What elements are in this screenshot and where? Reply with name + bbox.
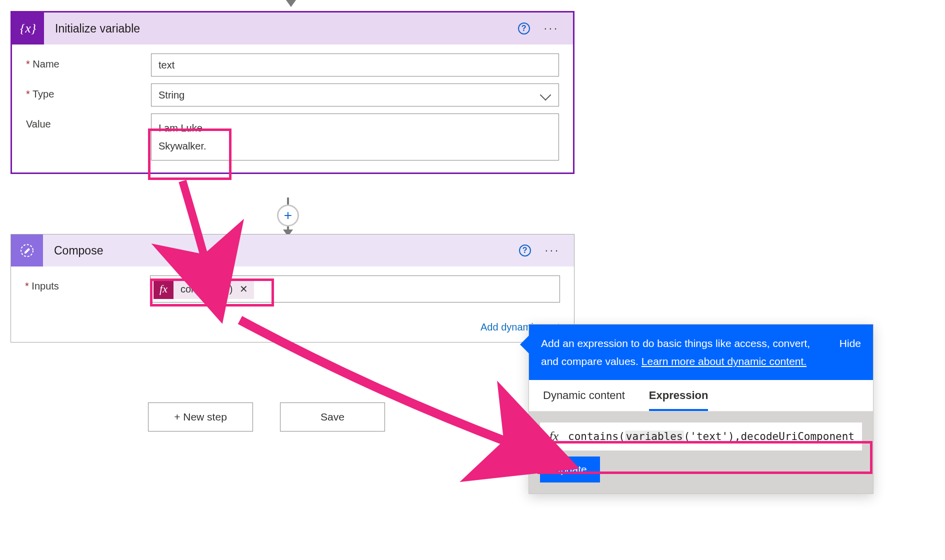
connector-line xyxy=(287,198,289,204)
label-name: Name xyxy=(26,54,151,70)
help-icon[interactable]: ? xyxy=(519,244,531,256)
card-title: Compose xyxy=(43,244,519,258)
more-icon[interactable]: ··· xyxy=(544,22,559,35)
card-header[interactable]: Compose ? ··· xyxy=(11,234,574,266)
more-icon[interactable]: ··· xyxy=(545,244,560,257)
card-body: Name text Type String Value I am Luke Sk… xyxy=(12,44,573,172)
help-icon[interactable]: ? xyxy=(518,22,530,34)
card-title: Initialize variable xyxy=(44,22,518,36)
popover-caret-icon xyxy=(520,336,529,354)
action-card-initialize-variable[interactable]: {x} Initialize variable ? ··· Name text … xyxy=(10,11,574,174)
arrowhead-down-icon xyxy=(286,0,296,7)
hide-link[interactable]: Hide xyxy=(840,334,861,370)
select-type-value: String xyxy=(158,90,184,101)
card-header[interactable]: {x} Initialize variable ? ··· xyxy=(12,12,573,44)
annotation-highlight-token xyxy=(150,278,274,306)
variable-icon: {x} xyxy=(12,12,44,44)
chevron-down-icon xyxy=(540,90,552,101)
annotation-highlight-editor xyxy=(538,441,872,474)
card-body: Inputs fx contains(...) ✕ xyxy=(11,266,574,314)
annotation-highlight-value xyxy=(148,128,232,180)
popover-banner: Add an expression to do basic things lik… xyxy=(529,324,873,380)
input-name-value: text xyxy=(158,60,174,71)
label-type: Type xyxy=(26,84,151,100)
save-button[interactable]: Save xyxy=(280,402,385,432)
connector-middle: + xyxy=(280,198,296,236)
popover-tabs: Dynamic content Expression xyxy=(529,380,873,412)
add-step-icon[interactable]: + xyxy=(277,204,299,226)
add-dynamic-content-link[interactable]: Add dynamic cont xyxy=(11,314,574,342)
svg-text:{x}: {x} xyxy=(20,21,36,36)
select-type[interactable]: String xyxy=(151,84,559,106)
new-step-button[interactable]: + New step xyxy=(148,402,253,432)
tab-expression[interactable]: Expression xyxy=(649,389,708,411)
learn-more-link[interactable]: Learn more about dynamic content. xyxy=(642,356,806,367)
label-value: Value xyxy=(26,114,151,130)
popover-banner-text: Add an expression to do basic things lik… xyxy=(541,334,830,370)
tab-dynamic-content[interactable]: Dynamic content xyxy=(543,389,625,411)
input-name[interactable]: text xyxy=(151,54,559,76)
action-buttons: + New step Save xyxy=(148,402,385,432)
compose-icon xyxy=(11,234,43,266)
label-inputs: Inputs xyxy=(25,276,150,292)
action-card-compose[interactable]: Compose ? ··· Inputs fx contains(...) ✕ … xyxy=(10,234,574,342)
connector-top xyxy=(283,0,299,7)
